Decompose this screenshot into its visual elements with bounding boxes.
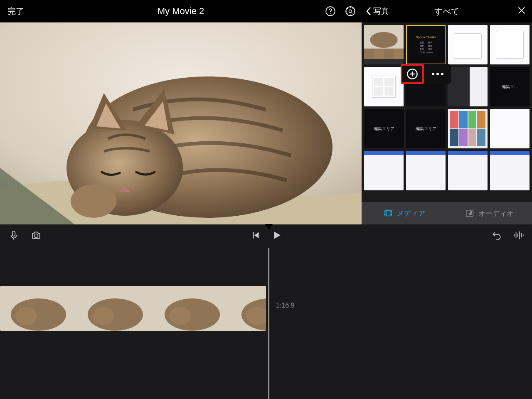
svg-point-19 <box>370 32 398 48</box>
media-thumb[interactable] <box>364 151 404 190</box>
svg-rect-31 <box>12 231 15 236</box>
media-close-button[interactable] <box>517 6 526 17</box>
tab-media[interactable]: メディア <box>362 202 447 224</box>
help-icon[interactable] <box>324 5 337 17</box>
insert-add-button[interactable] <box>401 64 424 84</box>
media-browser-header: 写真 すべて <box>362 0 532 22</box>
svg-point-46 <box>92 307 114 325</box>
preview-frame-image <box>0 22 362 224</box>
svg-line-9 <box>353 14 354 15</box>
media-thumb[interactable] <box>448 25 488 64</box>
playhead-line[interactable] <box>268 248 269 399</box>
svg-point-43 <box>15 307 37 325</box>
tab-audio[interactable]: オーディオ <box>447 202 532 224</box>
media-thumb[interactable] <box>406 151 446 190</box>
done-button[interactable]: 完了 <box>0 6 24 17</box>
playback-toolbar <box>0 224 532 248</box>
clip-duration-label: 1:16.9 <box>276 302 294 309</box>
timeline[interactable]: 1:16.9 <box>0 248 532 399</box>
project-title: My Movie 2 <box>0 6 362 17</box>
media-thumb[interactable] <box>490 151 530 190</box>
media-back-button[interactable]: 写真 <box>365 6 389 17</box>
settings-gear-icon[interactable] <box>344 5 357 17</box>
media-thumb[interactable] <box>448 67 488 106</box>
media-thumb[interactable] <box>490 25 530 64</box>
svg-point-33 <box>34 234 38 238</box>
timeline-clip[interactable] <box>0 286 266 331</box>
skip-start-icon[interactable] <box>250 230 261 242</box>
svg-line-11 <box>353 8 354 9</box>
media-browser-title: すべて <box>434 6 459 17</box>
svg-rect-23 <box>384 211 392 216</box>
media-thumb[interactable] <box>364 25 404 64</box>
media-thumb[interactable] <box>364 67 404 106</box>
svg-line-8 <box>347 8 348 9</box>
play-icon[interactable] <box>271 230 282 242</box>
editor-topbar: 完了 My Movie 2 <box>0 0 362 22</box>
insert-more-button[interactable] <box>424 73 451 75</box>
playhead-marker-icon <box>265 224 273 230</box>
camera-icon[interactable] <box>31 230 42 242</box>
media-thumb[interactable]: 編集エリア <box>364 109 404 148</box>
media-thumbnail-grid: Special Thanks 監督 脚本撮影 編集音楽 美術プロデューサー 編集… <box>362 22 532 202</box>
svg-point-1 <box>330 13 330 14</box>
media-browser-panel: 写真 すべて Special Thanks 監督 脚本撮影 編集音楽 美術プロデ… <box>362 0 532 224</box>
media-tab-bar: メディア オーディオ <box>362 202 532 224</box>
svg-point-3 <box>349 10 352 13</box>
media-thumb-selected[interactable]: Special Thanks 監督 脚本撮影 編集音楽 美術プロデューサー <box>406 25 446 64</box>
undo-icon[interactable] <box>491 230 502 242</box>
svg-line-10 <box>347 14 348 15</box>
video-preview[interactable] <box>0 22 362 224</box>
audio-waveform-icon[interactable] <box>513 230 524 242</box>
voiceover-mic-icon[interactable] <box>8 230 19 242</box>
media-thumb[interactable]: 編集エリア <box>406 109 446 148</box>
svg-point-15 <box>71 185 116 218</box>
svg-point-49 <box>169 307 191 325</box>
insert-popover <box>401 64 451 84</box>
media-thumb[interactable] <box>490 109 530 148</box>
media-thumb[interactable] <box>448 151 488 190</box>
media-thumb[interactable]: 編集エ… <box>490 67 530 106</box>
media-thumb[interactable] <box>448 109 488 148</box>
media-back-label: 写真 <box>373 6 389 17</box>
